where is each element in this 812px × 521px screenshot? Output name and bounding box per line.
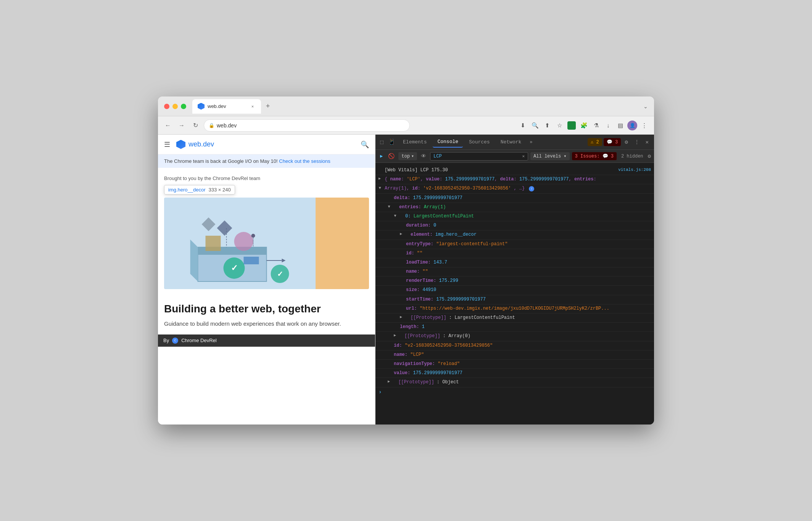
profile-avatar[interactable]: 👤: [627, 121, 637, 130]
maximize-window-button[interactable]: [181, 104, 186, 109]
devtools-error-badge[interactable]: 💬 3: [604, 138, 621, 146]
console-line-entries: ▶ entries: Array(1): [375, 203, 654, 212]
address-input[interactable]: 🔒 web.dev: [204, 119, 410, 132]
forward-button[interactable]: →: [176, 120, 187, 131]
devtools-tab-network[interactable]: Network: [496, 137, 526, 147]
expand-entries-arrow[interactable]: ▶: [386, 206, 392, 208]
console-issues-badge[interactable]: 3 Issues: 💬 3: [572, 152, 617, 160]
console-line-value: value: 175.29999999701977: [375, 369, 654, 378]
info-icon-3[interactable]: i: [529, 186, 534, 191]
traffic-lights: [164, 104, 186, 109]
green-extension-icon[interactable]: [566, 120, 577, 131]
devtools-settings-button[interactable]: ⚙: [622, 137, 630, 147]
webdev-logo-icon: [176, 140, 185, 149]
console-line-element: ▶ element: img.hero__decor: [375, 230, 654, 240]
console-line-navtype: navigationType: "reload": [375, 360, 654, 369]
console-line-name-lcp: name: "LCP": [375, 351, 654, 360]
expand-proto-lcp-arrow[interactable]: ▶: [400, 314, 402, 320]
devtools-more-button[interactable]: ⋮: [632, 137, 642, 147]
filter-clear-button[interactable]: ✕: [522, 154, 525, 159]
console-line-url: url: "https://web-dev.imgix.net/image/jx…: [375, 304, 654, 314]
console-source-1[interactable]: vitals.js:208: [618, 167, 651, 174]
devtools-inspect-icon[interactable]: ⬚: [379, 137, 385, 147]
share-icon[interactable]: ⬆: [542, 120, 553, 131]
console-line-entrytype: entryType: "largest-contentful-paint": [375, 240, 654, 249]
webpage-nav: ☰ web.dev 🔍: [158, 135, 375, 154]
devtools-tab-elements[interactable]: Elements: [398, 137, 431, 147]
tab-favicon-icon: [198, 103, 205, 110]
console-line-name-empty: name: "": [375, 267, 654, 277]
console-execute-button[interactable]: ▶: [379, 152, 384, 161]
svg-rect-14: [244, 257, 259, 264]
svg-point-4: [234, 232, 253, 251]
sidebar-icon[interactable]: ▤: [615, 120, 626, 131]
address-text: web.dev: [217, 122, 237, 129]
element-dimensions: 333 × 240: [209, 187, 231, 193]
console-line-2: ▶ { name: 'LCP', value: 175.299999997019…: [375, 175, 654, 184]
devtools-more-tabs[interactable]: »: [527, 138, 535, 146]
minimize-window-button[interactable]: [172, 104, 178, 109]
download-page-icon[interactable]: ⬇: [517, 120, 528, 131]
title-bar: web.dev × + ⌄: [158, 96, 654, 116]
devtools-warning-badge[interactable]: ⚠ 2: [588, 138, 602, 146]
console-filter-input[interactable]: LCP ✕: [430, 152, 528, 161]
console-line-proto-array: ▶ [[Prototype]] : Array(0): [375, 332, 654, 341]
back-button[interactable]: ←: [163, 120, 173, 131]
expand-lcp-arrow[interactable]: ▶: [392, 215, 398, 217]
console-line-duration: duration: 0: [375, 221, 654, 230]
close-window-button[interactable]: [164, 104, 169, 109]
chrome-devrel-logo-icon: C: [172, 338, 178, 344]
log-levels-selector[interactable]: All levels ▾: [530, 152, 569, 160]
expand-arrow-2[interactable]: ▶: [379, 176, 381, 182]
devtools-toolbar: ⬚ 📱 Elements Console Sources Network » ⚠…: [375, 135, 654, 150]
console-line-id-str: id: "v2-1683052452950-3756013429856": [375, 341, 654, 351]
tab-close-button[interactable]: ×: [250, 103, 256, 109]
expand-element-arrow[interactable]: ▶: [400, 231, 402, 237]
console-ban-icon[interactable]: 🚫: [387, 151, 396, 161]
announcement-text: The Chrome team is back at Google I/O on…: [164, 158, 278, 164]
console-settings-icon[interactable]: ⚙: [648, 153, 651, 159]
svg-marker-13: [282, 259, 286, 262]
context-selector[interactable]: top ▾: [398, 152, 417, 160]
console-output: vitals.js:208 [Web Vitals] LCP 175.30 ▶ …: [375, 163, 654, 425]
webpage-panel: ☰ web.dev 🔍 The Chrome team is back at G…: [158, 135, 375, 425]
hero-illustration-svg: ✓ ✓: [164, 198, 316, 289]
devtools-tab-sources[interactable]: Sources: [464, 137, 495, 147]
console-log-text-1: [Web Vitals] LCP 175.30: [385, 167, 448, 173]
announcement-link[interactable]: Check out the sessions: [279, 158, 330, 164]
window-dropdown-button[interactable]: ⌄: [643, 103, 648, 109]
new-tab-button[interactable]: +: [263, 101, 273, 112]
console-eye-icon[interactable]: 👁: [419, 152, 428, 161]
expand-proto-array-arrow[interactable]: ▶: [394, 333, 396, 339]
active-tab[interactable]: web.dev ×: [192, 99, 261, 114]
webdev-logo-text: web.dev: [188, 140, 214, 148]
console-line-proto-lcp: ▶ [[Prototype]] : LargestContentfulPaint: [375, 314, 654, 323]
more-options-icon[interactable]: ⋮: [639, 120, 649, 131]
webpage-search-icon[interactable]: 🔍: [361, 140, 369, 149]
console-prompt: ›: [375, 388, 654, 397]
webdev-logo[interactable]: web.dev: [176, 140, 214, 149]
zoom-icon[interactable]: 🔍: [530, 120, 540, 131]
address-bar: ← → ↻ 🔒 web.dev ⬇ 🔍 ⬆ ☆ 🧩 ⚗ ↓ ▤ 👤 ⋮: [158, 116, 654, 135]
expand-proto-obj-arrow[interactable]: ▶: [388, 379, 390, 385]
console-line-id-empty: id: "": [375, 249, 654, 258]
bookmark-icon[interactable]: ☆: [554, 120, 565, 131]
devtools-tab-console[interactable]: Console: [433, 137, 463, 148]
prompt-symbol: ›: [379, 389, 382, 395]
hero-image-left: ✓ ✓: [164, 198, 316, 289]
extensions-icon[interactable]: 🧩: [578, 120, 589, 131]
ext-green-block: [567, 121, 576, 130]
devtools-close-button[interactable]: ✕: [643, 137, 651, 147]
tab-title: web.dev: [208, 103, 246, 109]
page-content: Building a better web, together Guidance…: [158, 297, 375, 334]
svg-marker-2: [190, 240, 198, 281]
devtools-device-icon[interactable]: 📱: [387, 137, 397, 147]
hamburger-menu-icon[interactable]: ☰: [164, 140, 170, 149]
cast-icon[interactable]: ↓: [603, 120, 614, 131]
expand-arrow-3[interactable]: ▶: [377, 187, 383, 189]
page-description: Guidance to build modern web experiences…: [164, 320, 369, 328]
reload-button[interactable]: ↻: [190, 120, 201, 131]
filter-text: LCP: [433, 154, 442, 159]
footer-brand-text: Chrome DevRel: [181, 338, 216, 343]
flask-icon[interactable]: ⚗: [591, 120, 601, 131]
